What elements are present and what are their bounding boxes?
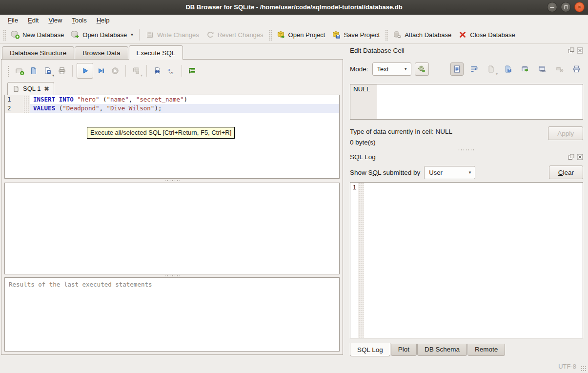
- menu-tools[interactable]: Tools: [67, 16, 91, 25]
- save-dropdown-icon[interactable]: ▾: [52, 73, 54, 78]
- execute-sql-button[interactable]: [77, 63, 93, 79]
- open-sql-file-button[interactable]: [27, 64, 40, 77]
- close-database-icon: [458, 30, 467, 39]
- open-project-button[interactable]: Open Project: [273, 28, 329, 41]
- word-wrap-button[interactable]: [467, 62, 481, 76]
- save-results-button: ▾: [130, 64, 142, 77]
- save-sql-file-button[interactable]: ▾: [41, 64, 54, 77]
- auto-format-button[interactable]: [186, 64, 199, 77]
- open-database-button[interactable]: Open Database ▾: [67, 28, 137, 41]
- sql-toolbar-separator: [146, 65, 147, 77]
- results-placeholder: Results of the last executed statements: [9, 281, 152, 288]
- menu-view[interactable]: View: [43, 16, 67, 25]
- splitter-handle-icon: [164, 180, 181, 182]
- stop-icon: [111, 66, 120, 75]
- toolbar-drag-handle[interactable]: [268, 29, 272, 41]
- window-title: DB Browser for SQLite - /home/user/code/…: [185, 3, 402, 11]
- status-bar: UTF-8: [0, 360, 588, 373]
- tab-sql-log[interactable]: SQL Log: [350, 343, 390, 356]
- import-dropdown-icon: ▾: [496, 72, 498, 76]
- code-line: VALUES ("Deadpond", "Dive Wilson");: [30, 104, 339, 113]
- resize-grip-icon[interactable]: [581, 366, 587, 372]
- sql-log-dock-header: SQL Log: [350, 152, 583, 162]
- save-results-dropdown-icon: ▾: [141, 73, 142, 78]
- tab-browse-data[interactable]: Browse Data: [75, 46, 128, 59]
- maximize-button[interactable]: [561, 2, 571, 12]
- tab-database-structure[interactable]: Database Structure: [2, 46, 74, 59]
- tab-execute-sql[interactable]: Execute SQL: [129, 45, 183, 60]
- clear-log-button[interactable]: Clear: [549, 166, 583, 179]
- minimize-button[interactable]: [547, 2, 557, 12]
- cell-mode-row: Mode: Text ▾ ▾: [350, 62, 583, 76]
- apply-button: Apply: [548, 126, 583, 140]
- horizontal-splitter[interactable]: [4, 179, 340, 183]
- set-null-icon: [555, 65, 564, 73]
- tab-remote[interactable]: Remote: [467, 344, 505, 356]
- menu-file[interactable]: File: [3, 16, 23, 25]
- sql-toolbar-drag-handle[interactable]: [7, 65, 10, 77]
- sql-log-view[interactable]: 1: [350, 182, 583, 338]
- sql-tab-close-icon[interactable]: ✖: [44, 85, 49, 92]
- dock-close-icon[interactable]: [577, 47, 583, 54]
- print-sql-button[interactable]: [56, 64, 68, 77]
- mode-value: Text: [377, 65, 389, 73]
- log-fold-margin: [358, 183, 364, 338]
- align-lines-icon: [188, 66, 197, 75]
- format-sql-button[interactable]: az: [165, 64, 178, 77]
- dock-splitter[interactable]: [344, 148, 588, 152]
- open-in-external-button[interactable]: [519, 62, 532, 76]
- mode-label: Mode:: [350, 65, 368, 73]
- execute-icon: [81, 66, 89, 75]
- attach-database-button[interactable]: Attach Database: [389, 28, 455, 41]
- execute-current-line-button[interactable]: [95, 64, 107, 77]
- cell-editor-toolbar: ▾: [450, 62, 583, 76]
- new-database-icon: [11, 30, 20, 39]
- menu-edit[interactable]: Edit: [23, 16, 43, 25]
- open-database-dropdown-icon[interactable]: ▾: [131, 32, 133, 37]
- new-database-button[interactable]: New Database: [7, 28, 67, 41]
- tab-plot[interactable]: Plot: [391, 344, 417, 356]
- sql-file-tab-label: SQL 1: [23, 85, 41, 92]
- maximize-icon: [564, 5, 568, 9]
- open-project-icon: [277, 30, 285, 39]
- open-url-button[interactable]: [536, 62, 549, 76]
- results-grid-pane[interactable]: [4, 183, 340, 274]
- cell-type-info: Type of data currently in cell: NULL: [350, 126, 452, 137]
- cell-edit-area[interactable]: [377, 84, 583, 119]
- editor-line: 1 INSERT INTO "hero" ("name", "secret_na…: [5, 95, 339, 104]
- results-log-pane[interactable]: Results of the last executed statements: [4, 277, 340, 352]
- dock-close-icon[interactable]: [577, 154, 583, 160]
- gear-arrow-icon: [417, 64, 426, 73]
- window-arrow-icon: [521, 65, 529, 73]
- sql-file-tab[interactable]: SQL 1 ✖: [7, 82, 54, 95]
- print-cell-button[interactable]: [570, 62, 583, 76]
- close-button[interactable]: ✕: [574, 2, 585, 12]
- cell-value-editor[interactable]: NULL: [350, 84, 583, 120]
- save-project-button[interactable]: Save Project: [328, 28, 383, 41]
- dock-float-icon[interactable]: [568, 154, 574, 160]
- submitter-select[interactable]: User ▾: [424, 166, 475, 179]
- toolbar-drag-handle[interactable]: [2, 29, 6, 41]
- svg-text:a: a: [168, 67, 171, 72]
- printer-icon: [572, 65, 581, 73]
- open-sql-tab-button[interactable]: [13, 64, 26, 77]
- close-database-button[interactable]: Close Database: [455, 28, 519, 41]
- tab-db-schema[interactable]: DB Schema: [417, 344, 467, 356]
- line-number: 1: [5, 95, 23, 104]
- code-line: INSERT INTO "hero" ("name", "secret_name…: [30, 95, 339, 104]
- dock-float-icon[interactable]: [568, 47, 574, 54]
- auto-switch-mode-button[interactable]: [415, 62, 429, 76]
- find-in-sql-button[interactable]: [151, 64, 163, 77]
- toolbar-drag-handle[interactable]: [385, 29, 388, 41]
- main-toolbar: New Database Open Database ▾ Write Chang…: [0, 26, 588, 44]
- menu-help[interactable]: Help: [92, 16, 115, 25]
- attach-database-icon: [393, 30, 402, 39]
- open-file-icon: [29, 66, 38, 75]
- text-mode-button[interactable]: [450, 62, 464, 76]
- export-cell-data-button[interactable]: [502, 62, 515, 76]
- log-text-area[interactable]: [364, 183, 583, 338]
- toolbar-separator: [139, 29, 140, 41]
- encoding-indicator[interactable]: UTF-8: [558, 363, 576, 370]
- splitter-handle-icon: [458, 149, 474, 151]
- mode-select[interactable]: Text ▾: [372, 62, 411, 76]
